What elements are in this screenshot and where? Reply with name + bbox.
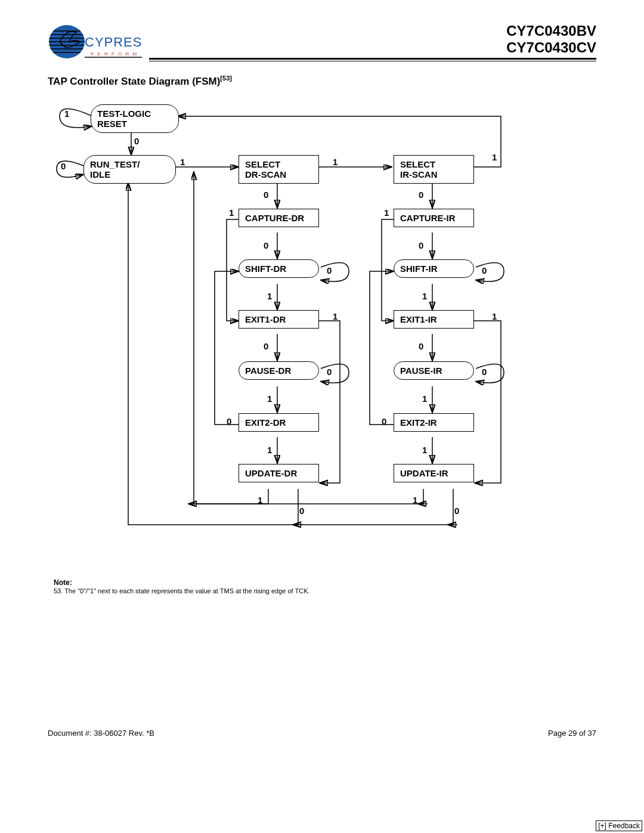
lbl-selir-to-tlr: 1 (492, 152, 497, 162)
lbl-psir-self: 0 (482, 367, 487, 377)
lbl-ex2ir-to-shf: 0 (382, 416, 386, 426)
footer-page-number: Page 29 of 37 (548, 729, 596, 738)
lbl-psdr-self: 0 (327, 367, 332, 377)
state-test-logic-reset: TEST-LOGIC RESET (91, 104, 179, 133)
lbl-rti-self: 0 (61, 161, 66, 171)
lbl-ex1dr-to-ps: 0 (264, 341, 268, 351)
state-diagram: TEST-LOGIC RESET RUN_TEST/ IDLE SELECT D… (48, 95, 513, 537)
lbl-capir-to-ex1: 1 (384, 208, 389, 218)
state-exit1-dr: EXIT1-DR (239, 310, 319, 329)
note-text: 53. The "0"/"1" next to each state repre… (54, 587, 310, 596)
section-title-text: TAP Controller State Diagram (FSM) (48, 76, 220, 87)
lbl-psdr-to-ex2: 1 (267, 394, 272, 404)
state-update-dr: UPDATE-DR (239, 464, 319, 482)
lbl-psir-to-ex2: 1 (422, 394, 427, 404)
part-numbers: CY7C0430BV CY7C0430CV (506, 23, 596, 55)
part-number-2: CY7C0430CV (506, 39, 596, 56)
feedback-link[interactable]: [+] Feedback (596, 820, 642, 831)
note-title: Note: (54, 578, 310, 587)
part-number-1: CY7C0430BV (506, 23, 596, 39)
state-update-ir: UPDATE-IR (394, 464, 474, 482)
state-select-ir-scan: SELECT IR-SCAN (394, 155, 474, 184)
lbl-ex2dr-to-shf: 0 (227, 416, 231, 426)
state-exit2-dr: EXIT2-DR (239, 413, 319, 432)
lbl-capdr-to-ex1: 1 (229, 208, 234, 218)
footer-document-id: Document #: 38-06027 Rev. *B (48, 729, 154, 738)
lbl-capdr-to-shf: 0 (264, 240, 268, 250)
lbl-seldr-to-selir: 1 (333, 157, 338, 167)
lbl-ex1dr-to-upd: 1 (333, 311, 338, 321)
svg-text:P E R F O R M: P E R F O R M (91, 51, 138, 57)
lbl-seldr-to-cap: 0 (264, 190, 268, 200)
lbl-upddr-to-seldr: 1 (258, 495, 262, 505)
lbl-selir-to-cap: 0 (419, 190, 423, 200)
lbl-ex1ir-to-ps: 0 (419, 341, 423, 351)
lbl-ex1ir-to-upd: 1 (492, 311, 497, 321)
state-select-dr-scan: SELECT DR-SCAN (239, 155, 319, 184)
lbl-ex2ir-to-upd: 1 (422, 445, 427, 455)
state-capture-dr: CAPTURE-DR (239, 209, 319, 227)
footnote-ref: [53] (220, 75, 232, 82)
lbl-updir-to-rti: 0 (454, 506, 459, 516)
state-run-test-idle: RUN_TEST/ IDLE (83, 155, 176, 184)
lbl-tlr-to-rti: 0 (134, 136, 139, 146)
header-rule-thin (149, 61, 596, 61)
lbl-capir-to-shf: 0 (419, 240, 423, 250)
lbl-shfdr-self: 0 (327, 265, 332, 275)
lbl-shfir-self: 0 (482, 265, 487, 275)
state-exit1-ir: EXIT1-IR (394, 310, 474, 329)
state-pause-ir: PAUSE-IR (394, 361, 474, 380)
lbl-updir-to-seldr: 1 (413, 495, 417, 505)
lbl-shfir-to-ex1: 1 (422, 291, 427, 301)
company-logo: CYPRESS P E R F O R M (48, 24, 143, 67)
lbl-shfdr-to-ex1: 1 (267, 291, 272, 301)
lbl-upddr-to-rti: 0 (299, 506, 304, 516)
state-exit2-ir: EXIT2-IR (394, 413, 474, 432)
footnote-block: Note: 53. The "0"/"1" next to each state… (54, 578, 310, 596)
lbl-ex2dr-to-upd: 1 (267, 445, 272, 455)
state-capture-ir: CAPTURE-IR (394, 209, 474, 227)
svg-text:CYPRESS: CYPRESS (85, 35, 143, 49)
lbl-tlr-self: 1 (64, 109, 69, 119)
section-title: TAP Controller State Diagram (FSM)[53] (48, 75, 232, 88)
state-shift-ir: SHIFT-IR (394, 259, 474, 278)
state-pause-dr: PAUSE-DR (239, 361, 319, 380)
header-rule-thick (149, 58, 596, 60)
state-shift-dr: SHIFT-DR (239, 259, 319, 278)
lbl-rti-to-seldr: 1 (180, 157, 185, 167)
